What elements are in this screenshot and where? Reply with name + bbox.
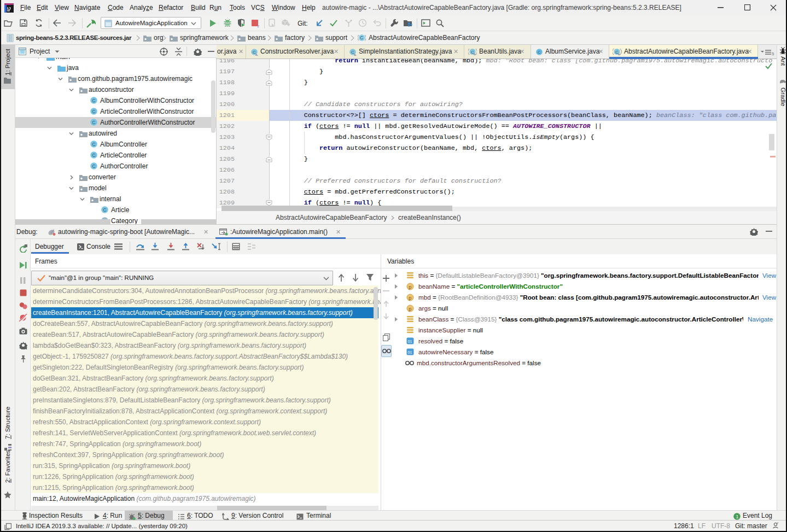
svg-text:p: p [409, 284, 411, 290]
svg-text:p: p [409, 295, 411, 301]
svg-text:5: 5 [772, 51, 774, 55]
svg-text:C: C [615, 50, 619, 55]
svg-text:C: C [92, 98, 95, 103]
svg-text:1: Project: 1: Project [4, 49, 11, 75]
svg-text:C: C [471, 50, 474, 55]
svg-text:C: C [538, 50, 541, 55]
svg-text:C: C [360, 35, 363, 40]
svg-text:C: C [253, 50, 256, 55]
svg-text:2: 2 [258, 25, 260, 27]
svg-text:C: C [92, 142, 95, 147]
svg-text:C: C [351, 50, 354, 55]
svg-text:C: C [103, 207, 106, 213]
svg-text:C: C [92, 163, 95, 169]
svg-text:01: 01 [408, 340, 412, 343]
svg-text:2: Favorites: 2: Favorites [4, 450, 11, 483]
svg-text:01: 01 [408, 350, 412, 354]
svg-text:IJ: IJ [7, 6, 11, 11]
svg-text:1: 1 [736, 514, 739, 519]
svg-text:p: p [409, 306, 411, 312]
svg-text:C: C [92, 153, 95, 158]
svg-text:C: C [92, 109, 95, 114]
svg-text:7: Structure: 7: Structure [4, 407, 11, 439]
svg-text:C: C [92, 120, 95, 125]
